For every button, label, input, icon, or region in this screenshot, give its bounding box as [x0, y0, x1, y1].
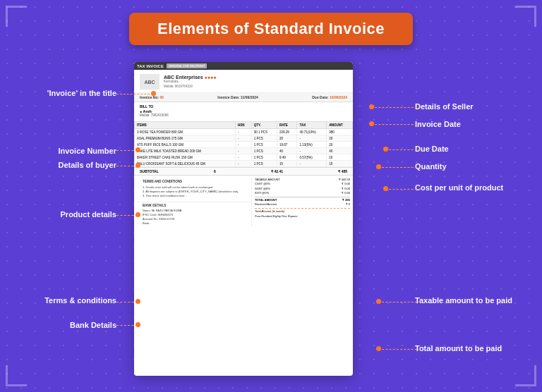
col-qty: QTY.	[251, 122, 277, 129]
table-header-row: ITEMS HSN QTY. RATE TAX AMOUNT	[135, 122, 353, 129]
label-quantity: Quantity	[415, 162, 535, 171]
terms-line-2: 2. All disputes are subject to [ENTER_YO…	[143, 190, 246, 194]
taxable-block: TAXABLE AMOUNT ₹ 442.59 CGST @0% ₹ 0.00 …	[255, 178, 350, 219]
label-total-amount: Total amount to be paid	[415, 344, 535, 353]
corner-decoration-tr	[515, 6, 536, 27]
title-banner: Elements of Standard Invoice	[129, 13, 413, 45]
tax-invoice-label: TAX INVOICE	[137, 64, 164, 68]
dot-quantity	[376, 164, 381, 169]
dashed-line-buyer	[116, 166, 138, 166]
dot-buyer	[136, 163, 140, 168]
invoice-document: TAX INVOICE ORIGINAL FOR RECIPIENT ABC A…	[134, 62, 353, 376]
bank-details: BANK DETAILS Name: Mr RAJU PANTA KUMA IF…	[137, 202, 251, 227]
col-tax: TAX	[297, 122, 327, 129]
dot-bank	[136, 322, 140, 327]
invoice-meta-row: Invoice No: 40 Invoice Date: 11/06/2024 …	[134, 93, 353, 102]
invoice-date-label: Invoice Date: 11/06/2024	[217, 95, 258, 99]
received-label: Received Amount	[255, 202, 277, 207]
due-date-label: Due Date: 10/06/2024	[312, 95, 347, 99]
table-row: 3 ROSE TEA POWDER 800 GM-30 1 PCS229.294…	[135, 129, 353, 135]
invoice-table: ITEMS HSN QTY. RATE TAX AMOUNT 3 ROSE TE…	[134, 121, 353, 167]
dashed-line-terms	[116, 302, 138, 302]
dashed-line-cost	[385, 189, 421, 190]
company-logo: ABC	[140, 74, 159, 90]
col-amount: AMOUNT	[327, 122, 353, 129]
terms-section: TERMS AND CONDITIONS 1. Goods once sold …	[137, 178, 251, 227]
label-bank-details: Bank Details	[7, 321, 116, 329]
col-hsn: HSN	[236, 122, 252, 129]
bill-to-section: BILL TO ● Arsh Mobile: 7902415006	[134, 102, 353, 119]
total-words-section: Total Amount (In words) Four Hundred Eig…	[255, 208, 350, 219]
taxable-section: TAXABLE AMOUNT ₹ 442.59 CGST @0% ₹ 0.00 …	[251, 178, 350, 227]
label-details-of-buyer: Details of buyer	[7, 161, 116, 169]
terms-line-3: 3. Your terms and conditions here...	[143, 194, 246, 198]
dashed-line-quantity	[378, 167, 421, 168]
dashed-line-taxable	[378, 302, 421, 302]
label-invoice-date: Invoice Date	[415, 120, 535, 128]
igst-row: IGST @0% ₹ 0.00	[255, 191, 350, 195]
bank-bank: Bank:	[143, 221, 246, 226]
dot-inv-date	[369, 121, 374, 126]
corner-decoration-br	[515, 365, 536, 386]
original-label: ORIGINAL FOR RECIPIENT	[167, 63, 207, 68]
dot-invoice-title	[151, 91, 156, 96]
invoice-no-label: Invoice No: 40	[140, 95, 164, 99]
table-row: BAKE LITE MILK TOASTED BREAD 200 GM-1 PC…	[135, 148, 353, 154]
col-items: ITEMS	[135, 122, 236, 129]
company-mobile: Mobile: 9619764319	[164, 85, 217, 89]
dot-seller	[369, 104, 374, 109]
label-details-of-seller: Details of Seller	[415, 102, 535, 111]
subtotal-qty: 6	[214, 169, 216, 173]
dashed-line-seller	[371, 107, 421, 108]
subtotal-amount: ₹ 485	[338, 169, 347, 173]
total-amount-row: TOTAL AMOUNT ₹ 485	[255, 197, 350, 202]
company-section: ABC ABC Enterprises ●●●● Karnataka, Mobi…	[134, 70, 353, 93]
dashed-line-invoice-number	[116, 150, 138, 151]
invoice-header-bar: TAX INVOICE ORIGINAL FOR RECIPIENT	[134, 62, 353, 70]
bottom-section: TERMS AND CONDITIONS 1. Goods once sold …	[134, 176, 353, 229]
received-row: Received Amount ₹ 0	[255, 202, 350, 207]
dot-taxable	[376, 299, 381, 304]
buyer-mobile: Mobile: 7902415006	[140, 114, 347, 117]
terms-content: TERMS AND CONDITIONS 1. Goods once sold …	[137, 178, 251, 200]
dot-product	[136, 212, 140, 217]
dashed-line-product	[116, 215, 138, 216]
col-rate: RATE	[277, 122, 297, 129]
total-words-value: Four Hundred Eighty Five Rupees	[255, 214, 350, 219]
dashed-line-total	[378, 349, 421, 350]
terms-title: TERMS AND CONDITIONS	[143, 180, 246, 185]
label-taxable-amount: Taxable amount to be paid	[415, 296, 535, 305]
igst-value: ₹ 0.00	[342, 191, 350, 195]
label-due-date: Due Date	[415, 145, 535, 153]
bill-to-label: BILL TO	[140, 104, 347, 109]
table-row: ASAL PREMIUM BUNS 175 GM-1 PCS20-20	[135, 135, 353, 142]
label-cost-per-unit: Cost per unit of product	[415, 183, 535, 192]
corner-decoration-tl	[6, 6, 27, 27]
subtotal-label: SUBTOTAL	[140, 169, 159, 173]
subtotal-tax: ₹ 42.41	[271, 169, 283, 173]
dot-due-date	[383, 147, 388, 152]
dot-terms	[136, 299, 140, 304]
bank-title: BANK DETAILS	[143, 204, 246, 209]
dot-total	[376, 346, 381, 351]
igst-label: IGST @0%	[255, 191, 269, 195]
table-row: BALU CROISSANT SOFT & DELICIOUS 45 GM-1 …	[135, 161, 353, 167]
table-row: BAKER STREET CAKE RUSK 150 GM-1 PCS9.490…	[135, 154, 353, 161]
dashed-line-invoice-title	[116, 94, 153, 94]
page-title: Elements of Standard Invoice	[157, 20, 385, 38]
received-value: ₹ 0	[346, 202, 350, 207]
label-invoice-in-title: 'Invoice' in the title	[7, 89, 116, 97]
dashed-line-inv-date	[371, 124, 421, 125]
corner-decoration-bl	[6, 365, 27, 386]
label-terms-conditions: Terms & conditions	[7, 296, 116, 305]
dashed-line-bank	[116, 325, 138, 326]
label-product-details: Product details	[7, 210, 116, 219]
table-row: ATS PUFF RICE BALLS 100 GM-1 PCS19.871.1…	[135, 142, 353, 148]
label-invoice-number: Invoice Number	[7, 147, 116, 155]
company-name: ABC Enterprises ●●●●	[164, 75, 217, 80]
dot-invoice-number	[136, 147, 140, 152]
subtotal-row: SUBTOTAL 6 ₹ 42.41 ₹ 485	[134, 167, 353, 176]
dashed-line-due-date	[385, 149, 421, 150]
dot-cost	[383, 186, 388, 191]
